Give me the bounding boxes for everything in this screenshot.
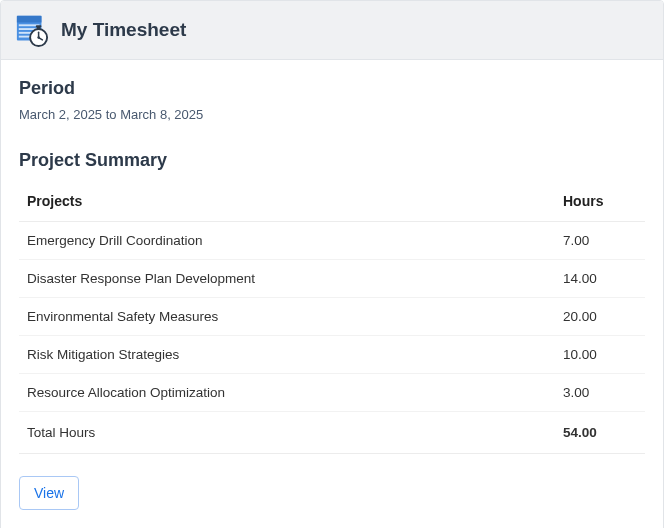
row-hours: 20.00 (555, 298, 645, 336)
card-header: My Timesheet (1, 1, 663, 60)
row-hours: 10.00 (555, 336, 645, 374)
row-project: Risk Mitigation Strategies (19, 336, 555, 374)
total-label: Total Hours (19, 412, 555, 454)
row-hours: 7.00 (555, 222, 645, 260)
project-summary-table: Projects Hours Emergency Drill Coordinat… (19, 181, 645, 454)
table-row: Environmental Safety Measures 20.00 (19, 298, 645, 336)
svg-rect-1 (17, 16, 42, 23)
row-project: Disaster Response Plan Development (19, 260, 555, 298)
col-header-projects: Projects (19, 181, 555, 222)
row-project: Environmental Safety Measures (19, 298, 555, 336)
table-body: Emergency Drill Coordination 7.00 Disast… (19, 222, 645, 454)
row-project: Emergency Drill Coordination (19, 222, 555, 260)
view-button[interactable]: View (19, 476, 79, 510)
timesheet-clock-icon (15, 13, 49, 47)
table-row: Risk Mitigation Strategies 10.00 (19, 336, 645, 374)
table-header-row: Projects Hours (19, 181, 645, 222)
card-body: Period March 2, 2025 to March 8, 2025 Pr… (1, 60, 663, 528)
row-hours: 14.00 (555, 260, 645, 298)
svg-point-11 (37, 36, 39, 38)
row-project: Resource Allocation Optimization (19, 374, 555, 412)
project-summary-heading: Project Summary (19, 150, 645, 171)
card-title: My Timesheet (61, 19, 186, 41)
total-hours: 54.00 (555, 412, 645, 454)
period-range: March 2, 2025 to March 8, 2025 (19, 107, 645, 122)
table-row: Disaster Response Plan Development 14.00 (19, 260, 645, 298)
table-row: Resource Allocation Optimization 3.00 (19, 374, 645, 412)
period-heading: Period (19, 78, 645, 99)
col-header-hours: Hours (555, 181, 645, 222)
timesheet-card: My Timesheet Period March 2, 2025 to Mar… (0, 0, 664, 528)
table-total-row: Total Hours 54.00 (19, 412, 645, 454)
svg-rect-8 (36, 25, 42, 27)
row-hours: 3.00 (555, 374, 645, 412)
table-row: Emergency Drill Coordination 7.00 (19, 222, 645, 260)
